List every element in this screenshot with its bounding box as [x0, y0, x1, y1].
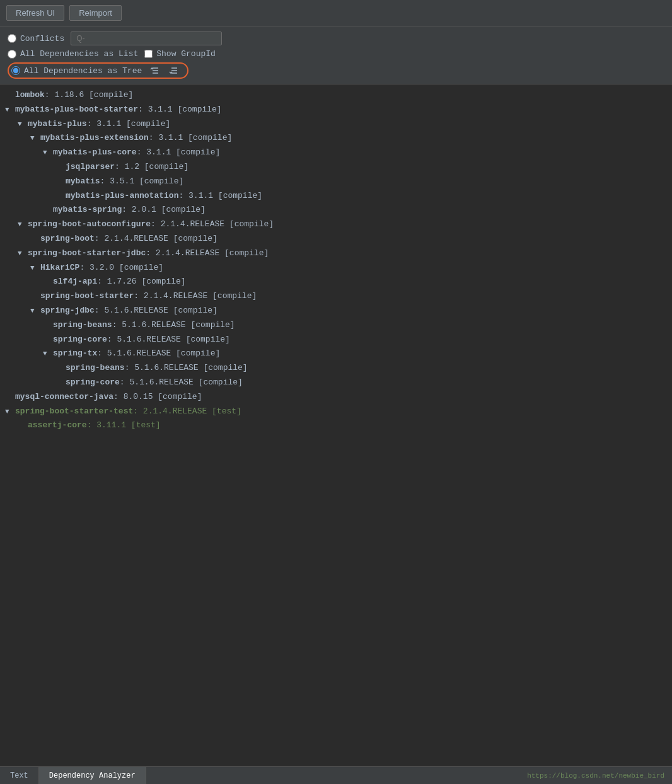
dep-version: : 2.1.4.RELEASE [compile] [95, 233, 217, 246]
dep-version: : 5.1.6.RELEASE [compile] [120, 376, 243, 389]
dep-name: assertj-core [28, 419, 87, 432]
tree-arrow[interactable]: ▼ [30, 133, 40, 144]
all-deps-list-radio-label[interactable]: All Dependencies as List [8, 49, 138, 59]
tree-item: ▼ HikariCP : 3.2.0 [compile] [0, 261, 672, 275]
dep-name: spring-boot-starter-jdbc [28, 247, 146, 260]
dep-name: spring-beans [66, 362, 125, 375]
dep-version: : 3.1.1 [compile] [87, 118, 171, 131]
all-deps-tree-radio-label[interactable]: All Dependencies as Tree [11, 66, 142, 76]
tree-item: ▼ spring-boot-starter-test : 2.1.4.RELEA… [0, 405, 672, 419]
tree-item: mybatis-plus-annotation : 3.1.1 [compile… [0, 189, 672, 204]
show-group-id-checkbox[interactable] [144, 50, 153, 58]
tree-arrow[interactable]: ▼ [30, 263, 40, 274]
dep-name: mybatis-plus-annotation [66, 190, 178, 203]
dep-version: : 5.1.6.RELEASE [compile] [97, 347, 220, 360]
tree-item: ▼ mybatis-plus-boot-starter : 3.1.1 [com… [0, 103, 672, 117]
dep-name: spring-core [66, 376, 120, 389]
dep-version: : 1.18.6 [compile] [45, 89, 133, 102]
tab-dependency-analyzer[interactable]: Dependency Analyzer [39, 767, 146, 784]
dep-name: slf4j-api [53, 275, 97, 289]
conflicts-label: Conflicts [20, 34, 64, 43]
dep-name: spring-beans [53, 319, 112, 332]
tree-item: ▼ spring-boot-starter-jdbc : 2.1.4.RELEA… [0, 246, 672, 261]
tree-item: slf4j-api : 1.7.26 [compile] [0, 275, 672, 289]
tab-text[interactable]: Text [0, 767, 39, 784]
dep-version: : 5.1.6.RELEASE [compile] [112, 319, 235, 332]
tree-item: spring-boot : 2.1.4.RELEASE [compile] [0, 232, 672, 246]
tree-arrow[interactable]: ▼ [18, 248, 28, 260]
dep-name: mybatis-plus-boot-starter [15, 103, 138, 117]
dep-name: HikariCP [40, 262, 79, 275]
all-deps-tree-label: All Dependencies as Tree [24, 66, 142, 76]
dep-version: : 3.5.1 [compile] [100, 175, 184, 188]
reimport-button[interactable]: Reimport [69, 5, 122, 21]
tree-item: assertj-core : 3.11.1 [test] [0, 418, 672, 433]
all-deps-tree-highlighted: All Dependencies as Tree [8, 62, 188, 79]
dep-name: lombok [15, 89, 45, 102]
tree-item: spring-boot-starter : 2.1.4.RELEASE [com… [0, 289, 672, 304]
dep-name: spring-boot [40, 233, 95, 246]
conflicts-radio[interactable] [8, 34, 16, 43]
tree-arrow[interactable]: ▼ [30, 306, 40, 317]
controls-panel: Conflicts All Dependencies as List Show … [0, 26, 672, 84]
dep-name: mybatis-plus [28, 118, 87, 131]
show-group-id-label[interactable]: Show GroupId [144, 49, 216, 59]
tree-arrow[interactable]: ▼ [18, 119, 28, 130]
dep-version: : 2.1.4.RELEASE [compile] [151, 218, 274, 231]
dep-version: : 1.7.26 [compile] [97, 275, 185, 289]
dep-name: mybatis [66, 175, 100, 188]
dep-name: spring-core [53, 333, 107, 347]
status-bar: Text Dependency Analyzer https://blog.cs… [0, 766, 672, 784]
dependency-tree: lombok : 1.18.6 [compile]▼ mybatis-plus-… [0, 84, 672, 766]
tree-item: mybatis-spring : 2.0.1 [compile] [0, 203, 672, 217]
all-deps-tree-row: All Dependencies as Tree [8, 62, 664, 79]
dep-version: : 3.1.1 [compile] [137, 146, 221, 159]
dep-version: : 2.1.4.RELEASE [test] [133, 405, 241, 418]
dep-name: mysql-connector-java [15, 391, 113, 404]
all-deps-tree-radio[interactable] [11, 66, 20, 75]
tree-arrow[interactable]: ▼ [5, 406, 15, 418]
dep-version: : 5.1.6.RELEASE [compile] [95, 304, 217, 318]
tree-arrow[interactable]: ▼ [43, 349, 53, 360]
search-input[interactable] [71, 32, 222, 45]
dep-name: spring-boot-autoconfigure [28, 218, 151, 231]
all-deps-list-label: All Dependencies as List [20, 49, 138, 59]
dep-version: : 5.1.6.RELEASE [compile] [107, 333, 230, 347]
dep-version: : 3.11.1 [test] [87, 419, 161, 432]
tree-item: spring-core : 5.1.6.RELEASE [compile] [0, 333, 672, 347]
dep-version: : 3.1.1 [compile] [149, 132, 233, 145]
dep-name: spring-boot-starter [40, 290, 134, 303]
tree-item: ▼ mybatis-plus-core : 3.1.1 [compile] [0, 146, 672, 160]
dep-name: mybatis-plus-extension [40, 132, 149, 145]
conflicts-row: Conflicts [8, 32, 664, 45]
sort-collapse-icon[interactable] [168, 65, 180, 76]
dep-name: jsqlparser [66, 161, 115, 174]
dep-name: spring-jdbc [40, 304, 95, 318]
dep-version: : 2.0.1 [compile] [122, 204, 206, 217]
tree-item: lombok : 1.18.6 [compile] [0, 88, 672, 103]
tree-item: ▼ spring-jdbc : 5.1.6.RELEASE [compile] [0, 304, 672, 318]
tree-item: ▼ mybatis-plus : 3.1.1 [compile] [0, 117, 672, 132]
dep-version: : 5.1.6.RELEASE [compile] [125, 362, 248, 375]
conflicts-radio-label[interactable]: Conflicts [8, 34, 64, 43]
tree-item: spring-core : 5.1.6.RELEASE [compile] [0, 376, 672, 390]
dep-name: mybatis-plus-core [53, 146, 137, 159]
tree-item: ▼ spring-tx : 5.1.6.RELEASE [compile] [0, 347, 672, 361]
sort-expand-icon[interactable] [149, 65, 161, 76]
tree-item: ▼ spring-boot-autoconfigure : 2.1.4.RELE… [0, 217, 672, 232]
dep-version: : 3.1.1 [compile] [178, 190, 262, 203]
tree-item: spring-beans : 5.1.6.RELEASE [compile] [0, 361, 672, 376]
all-deps-list-radio[interactable] [8, 50, 16, 59]
dep-version: : 8.0.15 [compile] [113, 391, 202, 404]
show-group-id-text: Show GroupId [156, 49, 216, 59]
tree-item: jsqlparser : 1.2 [compile] [0, 160, 672, 175]
tree-arrow[interactable]: ▼ [5, 105, 15, 116]
tree-item: ▼ mybatis-plus-extension : 3.1.1 [compil… [0, 131, 672, 146]
tree-item: mysql-connector-java : 8.0.15 [compile] [0, 390, 672, 405]
tree-arrow[interactable]: ▼ [43, 147, 53, 159]
dep-name: spring-boot-starter-test [15, 405, 133, 418]
tree-item: mybatis : 3.5.1 [compile] [0, 175, 672, 189]
refresh-ui-button[interactable]: Refresh UI [6, 5, 64, 21]
tree-item: spring-beans : 5.1.6.RELEASE [compile] [0, 318, 672, 333]
tree-arrow[interactable]: ▼ [18, 219, 28, 231]
